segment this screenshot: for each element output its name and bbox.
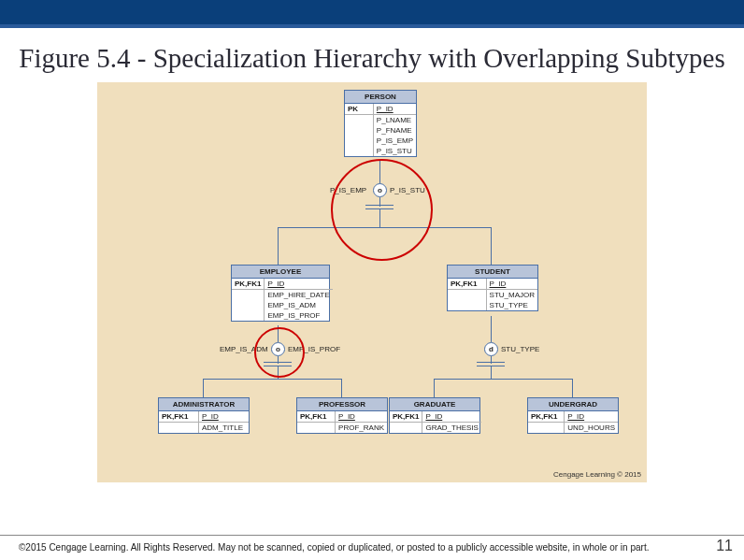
footer-divider [0, 535, 744, 536]
diagram-copyright: Cengage Learning © 2015 [553, 470, 641, 479]
professor-pk-label: PK,FK1 [297, 411, 336, 423]
connector-line [572, 379, 573, 397]
employee-attr: EMP_IS_ADM [265, 300, 333, 310]
undergrad-pk-attr: P_ID [567, 412, 584, 421]
header-bar [0, 0, 744, 28]
connector-line [434, 379, 572, 380]
connector-line [491, 227, 492, 265]
person-attr: P_LNAME [373, 115, 416, 126]
person-attr: P_IS_EMP [373, 136, 416, 146]
student-attr: STU_TYPE [486, 300, 537, 310]
entity-person: PERSON PK P_ID P_LNAME P_FNAME P_IS_EMP … [344, 90, 417, 157]
connector-line [491, 366, 492, 379]
discriminator-stu: d [484, 342, 498, 356]
employee-pk-attr: P_ID [267, 280, 284, 288]
graduate-attr: GRAD_THESIS [422, 423, 481, 434]
person-attr: P_FNAME [373, 125, 416, 136]
connector-line [341, 379, 342, 397]
administrator-pk-label: PK,FK1 [159, 411, 199, 423]
employee-pk-label: PK,FK1 [232, 279, 265, 290]
undergrad-attr: UND_HOURS [565, 423, 618, 434]
entity-student-header: STUDENT [448, 266, 537, 279]
slide-title: Figure 5.4 - Specialization Hierarchy wi… [19, 41, 725, 75]
diagram-canvas: PERSON PK P_ID P_LNAME P_FNAME P_IS_EMP … [97, 82, 647, 482]
graduate-pk-label: PK,FK1 [390, 411, 422, 423]
entity-employee-header: EMPLOYEE [232, 266, 329, 279]
entity-employee: EMPLOYEE PK,FK1 P_ID EMP_HIRE_DATE EMP_I… [231, 265, 330, 322]
connector-line [434, 379, 435, 397]
footer-copyright: ©2015 Cengage Learning. All Rights Reser… [19, 542, 649, 553]
entity-undergrad-header: UNDERGRAD [528, 398, 618, 411]
connector-line [203, 379, 341, 380]
administrator-attr: ADM_TITLE [199, 423, 250, 434]
connector-line [203, 379, 204, 397]
slide-number: 11 [716, 538, 733, 554]
person-attr: P_IS_STU [373, 146, 416, 156]
entity-administrator-header: ADMINISTRATOR [159, 398, 249, 411]
person-pk-attr: P_ID [377, 105, 393, 113]
professor-attr: PROF_RANK [336, 423, 387, 434]
entity-professor-header: PROFESSOR [297, 398, 387, 411]
undergrad-pk-label: PK,FK1 [528, 411, 565, 423]
connector-line [491, 316, 492, 342]
entity-professor: PROFESSOR PK,FK1 P_ID PROF_RANK [296, 397, 388, 434]
student-attr: STU_MAJOR [486, 290, 537, 301]
connector-line [278, 227, 279, 265]
graduate-pk-attr: P_ID [425, 412, 442, 421]
highlight-circle-small [254, 327, 305, 378]
discr-stu-right: STU_TYPE [501, 345, 539, 353]
entity-person-header: PERSON [345, 91, 416, 104]
entity-undergrad: UNDERGRAD PK,FK1 P_ID UND_HOURS [527, 397, 619, 434]
entity-graduate: GRADUATE PK,FK1 P_ID GRAD_THESIS [389, 397, 480, 434]
employee-attr: EMP_HIRE_DATE [265, 290, 333, 301]
administrator-pk-attr: P_ID [202, 412, 219, 421]
person-pk-label: PK [345, 104, 373, 115]
employee-attr: EMP_IS_PROF [265, 310, 333, 321]
student-pk-label: PK,FK1 [448, 279, 486, 290]
entity-administrator: ADMINISTRATOR PK,FK1 P_ID ADM_TITLE [158, 397, 250, 434]
professor-pk-attr: P_ID [338, 412, 355, 421]
completeness-bar [477, 362, 505, 363]
entity-student: STUDENT PK,FK1 P_ID STU_MAJOR STU_TYPE [447, 265, 538, 311]
highlight-circle-large [331, 159, 433, 261]
student-pk-attr: P_ID [490, 280, 507, 288]
entity-graduate-header: GRADUATE [390, 398, 479, 411]
